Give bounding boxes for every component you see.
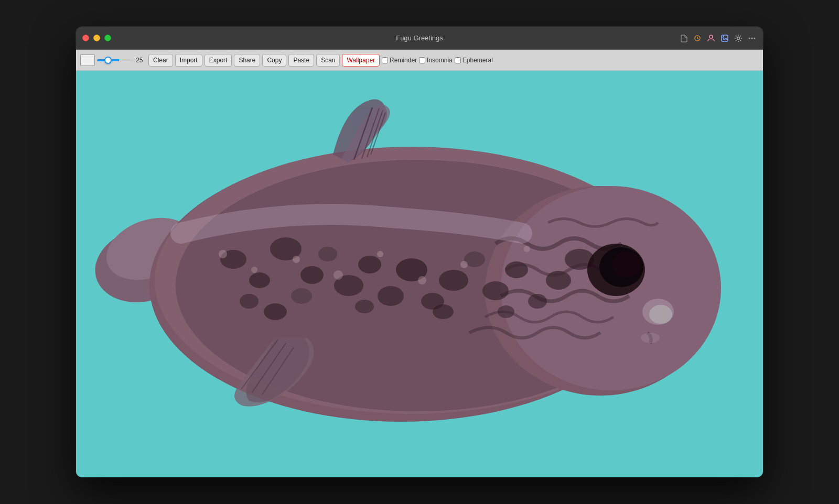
file-icon[interactable] (679, 34, 689, 43)
svg-point-56 (418, 276, 426, 284)
wallpaper-button[interactable]: Wallpaper (342, 54, 380, 67)
svg-point-58 (524, 246, 530, 252)
svg-point-25 (439, 270, 468, 291)
svg-point-51 (219, 250, 227, 258)
gear-icon[interactable] (734, 34, 743, 43)
reminder-checkbox[interactable] (382, 57, 388, 63)
insomnia-checkbox-label[interactable]: Insomnia (419, 57, 453, 64)
clear-button[interactable]: Clear (148, 54, 173, 67)
svg-point-32 (240, 294, 259, 309)
reminder-checkbox-label[interactable]: Reminder (382, 57, 417, 64)
svg-point-19 (318, 247, 337, 261)
slider-value: 25 (136, 57, 146, 64)
maximize-button[interactable] (104, 35, 111, 41)
svg-point-33 (264, 303, 287, 320)
svg-point-54 (334, 270, 343, 280)
minimize-button[interactable] (93, 35, 100, 41)
svg-point-53 (293, 256, 300, 263)
slider-container: 25 (97, 57, 146, 64)
svg-point-50 (649, 305, 672, 324)
svg-point-55 (377, 251, 383, 257)
svg-point-40 (612, 251, 641, 278)
svg-point-18 (300, 266, 324, 284)
ephemeral-checkbox[interactable] (455, 57, 461, 63)
tag-icon[interactable] (693, 34, 702, 43)
svg-point-36 (433, 304, 454, 319)
svg-point-52 (251, 267, 257, 273)
svg-point-1 (709, 35, 713, 38)
titlebar-right-controls (679, 34, 757, 43)
import-button[interactable]: Import (175, 54, 202, 67)
copy-button[interactable]: Copy (262, 54, 286, 67)
svg-rect-2 (722, 35, 728, 41)
puzzle-icon[interactable] (720, 34, 729, 43)
ephemeral-checkbox-label[interactable]: Ephemeral (455, 57, 493, 64)
svg-point-35 (355, 300, 374, 313)
paste-button[interactable]: Paste (288, 54, 314, 67)
svg-point-34 (291, 288, 312, 304)
svg-point-22 (378, 286, 404, 306)
svg-point-6 (754, 37, 756, 39)
svg-point-16 (249, 272, 270, 288)
insomnia-checkbox[interactable] (419, 57, 425, 63)
color-swatch[interactable] (80, 54, 95, 66)
window-title: Fugu Greetings (396, 34, 443, 42)
close-button[interactable] (82, 35, 89, 41)
toolbar: 25 Clear Import Export Share Copy Paste … (76, 50, 763, 71)
export-button[interactable]: Export (205, 54, 232, 67)
app-window: Fugu Greetings (76, 27, 763, 477)
svg-point-21 (358, 256, 381, 273)
share-button[interactable]: Share (234, 54, 260, 67)
svg-point-3 (737, 37, 740, 39)
svg-point-27 (482, 281, 509, 300)
traffic-lights (82, 35, 111, 41)
svg-point-5 (751, 37, 753, 39)
person-icon[interactable] (706, 34, 716, 43)
svg-point-4 (749, 37, 750, 39)
more-icon[interactable] (747, 34, 757, 43)
brush-size-slider[interactable] (97, 59, 134, 61)
scan-button[interactable]: Scan (316, 54, 340, 67)
fish-image (76, 71, 763, 477)
svg-point-57 (460, 261, 468, 268)
titlebar: Fugu Greetings (76, 27, 763, 50)
svg-point-41 (641, 333, 660, 343)
main-canvas[interactable] (76, 71, 763, 477)
